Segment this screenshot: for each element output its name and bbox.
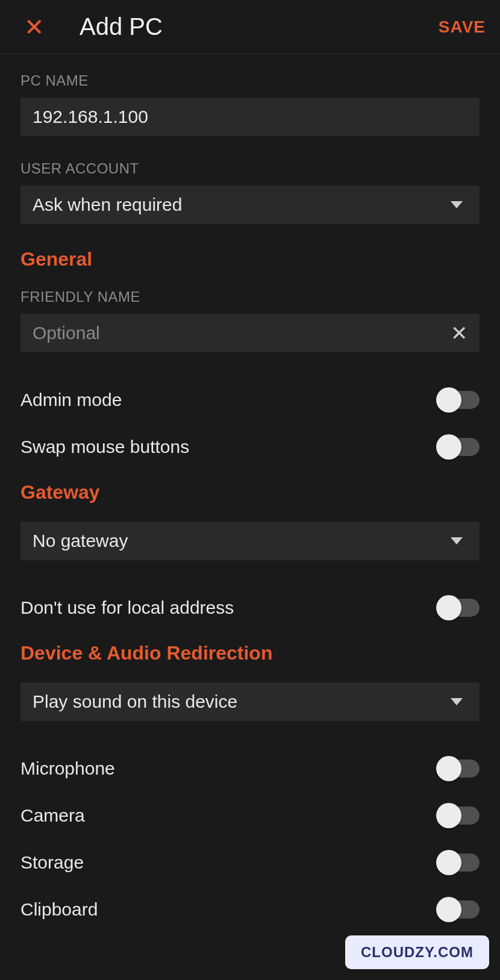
camera-toggle[interactable] xyxy=(437,807,480,825)
section-device-audio: Device & Audio Redirection xyxy=(20,642,480,664)
no-local-row: Don't use for local address xyxy=(20,584,480,631)
chevron-down-icon xyxy=(451,201,463,208)
save-button[interactable]: SAVE xyxy=(439,17,486,37)
friendly-name-placeholder: Optional xyxy=(33,323,100,343)
friendly-name-label: FRIENDLY NAME xyxy=(20,289,480,305)
no-local-label: Don't use for local address xyxy=(20,598,234,618)
content: PC NAME 192.168.1.100 USER ACCOUNT Ask w… xyxy=(0,54,500,933)
swap-mouse-row: Swap mouse buttons xyxy=(20,423,480,470)
microphone-toggle[interactable] xyxy=(437,760,480,778)
pc-name-label: PC NAME xyxy=(20,72,480,89)
storage-label: Storage xyxy=(20,852,84,873)
page-title: Add PC xyxy=(80,13,439,40)
clipboard-label: Clipboard xyxy=(20,899,98,920)
section-gateway: Gateway xyxy=(20,481,480,504)
clear-icon[interactable]: ✕ xyxy=(451,321,467,345)
pc-name-value: 192.168.1.100 xyxy=(33,107,148,127)
swap-mouse-toggle[interactable] xyxy=(437,438,480,456)
swap-mouse-label: Swap mouse buttons xyxy=(20,437,189,457)
camera-row: Camera xyxy=(20,792,480,839)
audio-dropdown[interactable]: Play sound on this device xyxy=(20,682,480,721)
chevron-down-icon xyxy=(451,537,463,545)
close-icon[interactable]: ✕ xyxy=(24,15,45,39)
microphone-label: Microphone xyxy=(20,758,115,779)
storage-row: Storage xyxy=(20,839,480,886)
user-account-dropdown[interactable]: Ask when required xyxy=(20,186,480,224)
storage-toggle[interactable] xyxy=(437,854,480,872)
gateway-value: No gateway xyxy=(33,531,128,551)
gateway-dropdown[interactable]: No gateway xyxy=(20,522,480,560)
section-general: General xyxy=(20,248,480,270)
clipboard-toggle[interactable] xyxy=(437,900,480,919)
camera-label: Camera xyxy=(20,805,85,826)
user-account-label: USER ACCOUNT xyxy=(20,160,480,177)
no-local-toggle[interactable] xyxy=(437,599,480,617)
pc-name-input[interactable]: 192.168.1.100 xyxy=(20,98,480,136)
friendly-name-input[interactable]: Optional ✕ xyxy=(20,314,480,352)
audio-value: Play sound on this device xyxy=(33,691,237,712)
watermark-badge: CLOUDZY.COM xyxy=(345,935,489,969)
user-account-value: Ask when required xyxy=(33,195,182,215)
chevron-down-icon xyxy=(451,698,463,705)
clipboard-row: Clipboard xyxy=(20,886,480,933)
admin-mode-row: Admin mode xyxy=(20,376,480,423)
microphone-row: Microphone xyxy=(20,745,480,792)
admin-mode-label: Admin mode xyxy=(20,390,122,410)
header: ✕ Add PC SAVE xyxy=(0,0,500,54)
admin-mode-toggle[interactable] xyxy=(437,391,480,409)
